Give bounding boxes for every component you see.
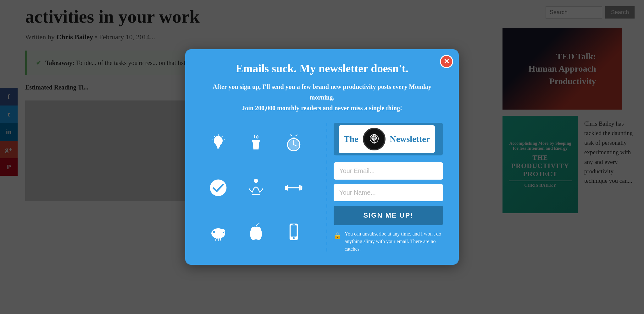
svg-point-15: [293, 144, 294, 145]
svg-point-28: [213, 231, 215, 234]
coffee-cup-icon: [247, 134, 265, 153]
modal-subtitle-line2: Join 200,000 monthly readers and never m…: [201, 103, 443, 113]
stopwatch-icon: [284, 134, 303, 153]
svg-rect-9: [252, 140, 260, 142]
modal-body: The: [201, 123, 443, 253]
svg-rect-38: [292, 224, 295, 225]
meditation-icon: [247, 178, 265, 197]
svg-line-5: [222, 136, 223, 137]
checkmark-circle-icon: [209, 178, 228, 197]
modal-overlay: ✕ Emails suck. My newsletter doesn't. Af…: [0, 0, 644, 314]
modal-subtitle: After you sign up, I'll send you a few b…: [201, 81, 443, 113]
close-icon: ✕: [444, 57, 449, 66]
lightbulb-icon: [209, 134, 228, 153]
svg-rect-3: [217, 147, 219, 149]
signup-button[interactable]: SIGN ME UP!: [334, 206, 443, 225]
svg-line-8: [212, 140, 213, 140]
svg-line-6: [214, 136, 215, 137]
svg-rect-24: [287, 185, 288, 190]
piggy-bank-icon: [209, 223, 228, 241]
barbell-icon: [284, 178, 303, 197]
svg-point-34: [223, 232, 224, 233]
svg-rect-33: [217, 229, 219, 230]
close-button[interactable]: ✕: [440, 55, 453, 68]
svg-rect-1: [216, 145, 220, 146]
svg-line-7: [224, 140, 225, 140]
modal-title: Emails suck. My newsletter doesn't.: [236, 62, 408, 75]
svg-line-30: [216, 238, 216, 241]
name-input[interactable]: [334, 184, 443, 201]
svg-rect-25: [301, 186, 302, 190]
privacy-note: 🔒 You can unsubscribe at any time, and I…: [334, 230, 443, 253]
modal-divider: [327, 123, 327, 253]
svg-rect-26: [299, 185, 300, 190]
svg-point-20: [254, 179, 258, 183]
svg-rect-2: [217, 146, 220, 147]
smartphone-icon: [284, 223, 303, 241]
privacy-text: You can unsubscribe at any time, and I w…: [345, 230, 443, 253]
logo-the: The: [344, 134, 358, 144]
svg-line-32: [220, 238, 221, 241]
newsletter-logo-inner: The: [339, 125, 435, 153]
apple-icon: [247, 223, 265, 241]
svg-line-17: [290, 135, 291, 136]
brain-logo-circle: [363, 128, 386, 150]
modal-subtitle-line1: After you sign up, I'll send you a few b…: [201, 81, 443, 103]
svg-point-19: [210, 180, 227, 196]
logo-newsletter: Newsletter: [390, 134, 430, 144]
svg-point-37: [293, 237, 295, 239]
svg-line-18: [296, 135, 297, 136]
svg-point-0: [214, 136, 223, 145]
svg-point-29: [220, 229, 225, 232]
svg-rect-36: [291, 225, 297, 237]
email-input[interactable]: [334, 162, 443, 180]
newsletter-modal: ✕ Emails suck. My newsletter doesn't. Af…: [185, 49, 459, 265]
lock-icon: 🔒: [334, 231, 341, 240]
svg-rect-16: [292, 138, 295, 139]
modal-icons: [201, 123, 320, 253]
newsletter-logo: The: [334, 123, 443, 155]
modal-form: The: [334, 123, 443, 253]
svg-rect-23: [285, 186, 287, 190]
